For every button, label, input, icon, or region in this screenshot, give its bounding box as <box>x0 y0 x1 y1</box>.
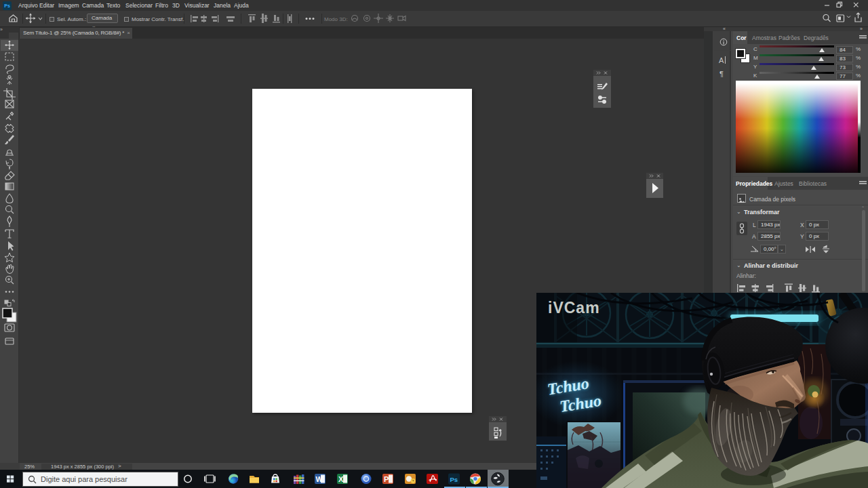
svg-text:Ps: Ps <box>450 476 458 483</box>
svg-text:X: X <box>338 475 344 483</box>
svg-text:iVCam: iVCam <box>548 299 600 317</box>
svg-text:W: W <box>316 475 323 483</box>
svg-text:P: P <box>384 475 389 483</box>
svg-text:A: A <box>719 56 724 64</box>
svg-text:¶: ¶ <box>719 70 724 78</box>
